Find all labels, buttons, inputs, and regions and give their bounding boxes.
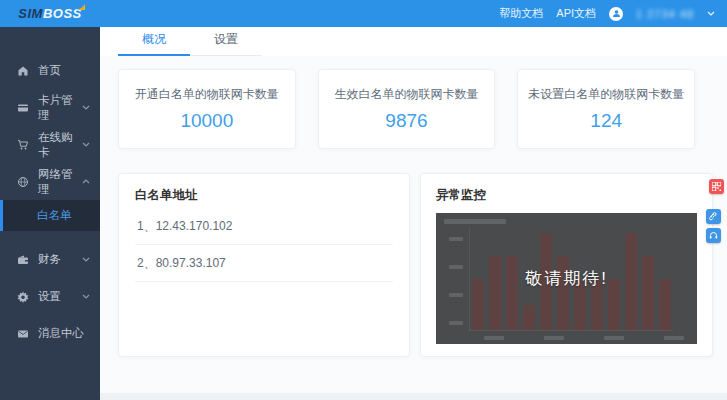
cart-icon [17,139,29,151]
whitelist-item: 1、12.43.170.102 [135,208,393,245]
stat-card-effective: 生效白名单的物联网卡数量 9876 [318,69,496,149]
person-icon [612,9,621,18]
sidebar-item-card-management[interactable]: 卡片管理 [0,89,100,126]
card-icon [17,102,29,114]
network-icon [17,176,29,188]
link-icon [709,212,718,221]
promo-qr-button[interactable] [709,179,724,194]
whitelist-address-panel: 白名单地址 1、12.43.170.102 2、80.97.33.107 [118,173,410,357]
sidebar-item-settings[interactable]: 设置 [0,278,100,315]
headset-icon [709,231,718,240]
top-header: SIMBOSS 帮助文档 API文档 1 2734 48 [0,0,727,27]
stat-title: 生效白名单的物联网卡数量 [335,86,479,103]
whitelist-dashboard-page: { "brand": { "sim": "SIM", "boss": "BOSS… [0,0,727,400]
customer-service-button[interactable] [706,228,721,243]
brand-logo-sim: SIM [18,6,43,21]
whitelist-panel-title: 白名单地址 [135,187,393,204]
sidebar-item-label: 在线购卡 [38,130,73,160]
stat-card-unset: 未设置白名单的物联网卡数量 124 [517,69,695,149]
sidebar-nav: 首页 卡片管理 在线购卡 网络管理 白名单 财务 设置 消息中心 [0,27,100,400]
user-menu-chevron-down-icon[interactable] [707,11,715,16]
home-icon [17,65,29,77]
user-avatar[interactable] [609,7,623,21]
username-masked[interactable]: 1 2734 48 [636,8,694,20]
envelope-icon [17,328,29,340]
wallet-icon [17,254,29,266]
coming-soon-overlay: 敬请期待! [436,213,697,344]
whitelist-list: 1、12.43.170.102 2、80.97.33.107 [135,208,393,282]
stat-card-opened: 开通白名单的物联网卡数量 10000 [118,69,296,149]
header-right-group: 帮助文档 API文档 1 2734 48 [499,6,727,21]
stat-value: 10000 [180,110,233,132]
quick-link-button[interactable] [706,209,721,224]
sidebar-item-finance[interactable]: 财务 [0,241,100,278]
help-docs-link[interactable]: 帮助文档 [499,6,543,21]
tab-settings[interactable]: 设置 [190,23,262,55]
whitelist-item: 2、80.97.33.107 [135,245,393,282]
sidebar-item-network-management[interactable]: 网络管理 [0,163,100,200]
monitor-panel-title: 异常监控 [436,187,697,204]
sidebar-item-label: 网络管理 [38,167,73,197]
sidebar-item-home[interactable]: 首页 [0,52,100,89]
sidebar-subitem-label: 白名单 [37,208,72,223]
main-area: 概况 设置 开通白名单的物联网卡数量 10000 生效白名单的物联网卡数量 98… [100,27,727,400]
tab-overview[interactable]: 概况 [118,23,190,56]
stat-value: 9876 [385,110,427,132]
chevron-up-icon [82,179,90,184]
chevron-down-icon [82,257,90,262]
chevron-down-icon [82,294,90,299]
api-docs-link[interactable]: API文档 [556,6,596,21]
monitor-chart: 敬请期待! [436,213,697,344]
sidebar-item-label: 首页 [38,63,61,78]
logo-swoosh-icon [76,4,86,11]
qr-code-icon [712,182,721,191]
page-footer-strip [100,393,727,400]
tab-bar: 概况 设置 [100,27,727,56]
sidebar-subitem-whitelist[interactable]: 白名单 [0,200,100,231]
sidebar-item-label: 设置 [38,289,61,304]
stats-row: 开通白名单的物联网卡数量 10000 生效白名单的物联网卡数量 9876 未设置… [118,69,695,149]
sidebar-item-message-center[interactable]: 消息中心 [0,315,100,352]
panels-row: 白名单地址 1、12.43.170.102 2、80.97.33.107 异常监… [118,173,713,357]
sidebar-item-label: 财务 [38,252,61,267]
stat-title: 开通白名单的物联网卡数量 [135,86,279,103]
brand-logo[interactable]: SIMBOSS [0,0,100,27]
content-area: 开通白名单的物联网卡数量 10000 生效白名单的物联网卡数量 9876 未设置… [100,56,727,357]
chevron-down-icon [82,142,90,147]
anomaly-monitor-panel: 异常监控 敬请期待! [420,173,713,357]
stat-value: 124 [590,110,622,132]
sidebar-item-label: 消息中心 [38,326,84,341]
stat-title: 未设置白名单的物联网卡数量 [528,86,684,103]
gear-icon [17,291,29,303]
sidebar-item-buy-cards[interactable]: 在线购卡 [0,126,100,163]
chevron-down-icon [82,105,90,110]
sidebar-item-label: 卡片管理 [38,93,73,123]
tabs-nav: 概况 设置 [118,23,262,56]
